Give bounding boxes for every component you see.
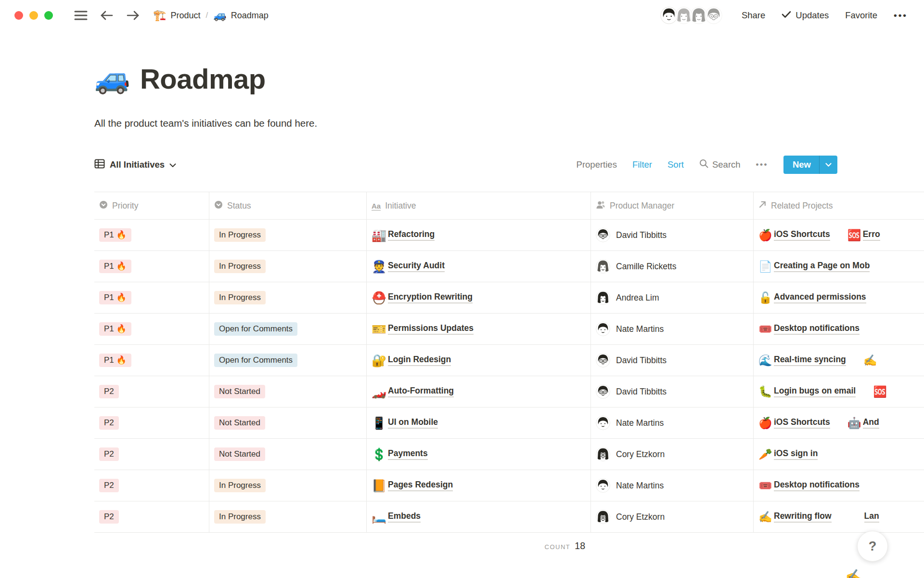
priority-cell[interactable]: P2	[94, 501, 209, 532]
product-manager-cell[interactable]: Nate Martins	[591, 470, 754, 501]
status-cell[interactable]: Not Started	[209, 439, 367, 470]
initiative-page-link[interactable]: Embeds	[388, 511, 421, 523]
related-project-link[interactable]: 🍎iOS Shortcuts	[758, 417, 830, 429]
minimize-window-button[interactable]	[29, 11, 38, 20]
product-manager-cell[interactable]: David Tibbitts	[591, 345, 754, 376]
initiative-page-link[interactable]: Security Audit	[388, 261, 445, 272]
related-project-link[interactable]: ✍️	[863, 355, 879, 366]
priority-cell[interactable]: P2	[94, 376, 209, 407]
related-project-link[interactable]: 🌊Real-time syncing	[758, 355, 846, 366]
related-project-link[interactable]: 🔓Advanced permissions	[758, 292, 866, 303]
status-cell[interactable]: In Progress	[209, 470, 367, 501]
new-dropdown-chevron-icon[interactable]	[820, 163, 837, 167]
initiative-cell[interactable]: 🔐Login Redesign	[367, 345, 591, 376]
page-title[interactable]: Roadmap	[140, 63, 266, 95]
initiative-cell[interactable]: 🏎️Auto-Formatting	[367, 376, 591, 407]
related-project-link[interactable]: 🎟️Desktop notifications	[758, 323, 860, 335]
favorite-button[interactable]: Favorite	[845, 10, 877, 21]
initiative-cell[interactable]: 📱UI on Mobile	[367, 407, 591, 438]
related-project-link[interactable]: Lan	[849, 511, 879, 523]
related-project-link[interactable]: 🆘	[873, 386, 888, 397]
initiative-page-link[interactable]: UI on Mobile	[388, 417, 438, 429]
column-header-status[interactable]: Status	[209, 192, 367, 219]
related-project-link[interactable]: 🎟️Desktop notifications	[758, 480, 860, 491]
related-projects-cell[interactable]: 🔓Advanced permissions	[754, 282, 924, 313]
product-manager-cell[interactable]: David Tibbitts	[591, 220, 754, 250]
product-manager-cell[interactable]: Cory Etzkorn	[591, 439, 754, 470]
status-cell[interactable]: In Progress	[209, 251, 367, 282]
search-button[interactable]: Search	[699, 159, 741, 171]
sidebar-menu-icon[interactable]	[74, 10, 88, 21]
related-project-link[interactable]: 🆘Erro	[847, 229, 880, 241]
view-switcher[interactable]: All Initiatives	[94, 159, 176, 171]
priority-cell[interactable]: P1 🔥	[94, 251, 209, 282]
related-project-link[interactable]: 🍎iOS Shortcuts	[758, 229, 830, 241]
new-record-button[interactable]: New	[783, 156, 837, 174]
initiative-cell[interactable]: 💲Payments	[367, 439, 591, 470]
help-button[interactable]: ?	[857, 531, 888, 562]
initiative-page-link[interactable]: Encryption Rewriting	[388, 292, 473, 303]
updates-button[interactable]: Updates	[782, 10, 829, 21]
related-project-link[interactable]: 📄Creating a Page on Mob	[758, 261, 870, 272]
related-projects-cell[interactable]: 🍎iOS Shortcuts🆘Erro	[754, 220, 924, 250]
related-projects-cell[interactable]: 🐛Login bugs on email🆘	[754, 376, 924, 407]
related-projects-cell[interactable]: 🎟️Desktop notifications	[754, 314, 924, 344]
priority-cell[interactable]: P1 🔥	[94, 345, 209, 376]
product-manager-cell[interactable]: Cory Etzkorn	[591, 501, 754, 532]
related-project-link[interactable]: 🥕iOS sign in	[758, 448, 818, 460]
status-cell[interactable]: Not Started	[209, 407, 367, 438]
product-manager-cell[interactable]: Nate Martins	[591, 314, 754, 344]
related-project-link[interactable]: 🐛Login bugs on email	[758, 386, 856, 397]
share-button[interactable]: Share	[742, 10, 765, 21]
related-projects-cell[interactable]: 🎟️Desktop notifications	[754, 470, 924, 501]
related-projects-cell[interactable]: ✍️Rewriting flowLan	[754, 501, 924, 532]
status-cell[interactable]: Open for Comments	[209, 345, 367, 376]
initiative-cell[interactable]: ⛑️Encryption Rewriting	[367, 282, 591, 313]
status-cell[interactable]: In Progress	[209, 282, 367, 313]
product-manager-cell[interactable]: David Tibbitts	[591, 376, 754, 407]
status-cell[interactable]: Not Started	[209, 376, 367, 407]
priority-cell[interactable]: P1 🔥	[94, 314, 209, 344]
initiative-cell[interactable]: 👮Security Audit	[367, 251, 591, 282]
more-options-icon[interactable]: •••	[894, 10, 908, 21]
priority-cell[interactable]: P1 🔥	[94, 282, 209, 313]
initiative-page-link[interactable]: Permissions Updates	[388, 323, 474, 335]
view-more-options-icon[interactable]: •••	[756, 160, 768, 170]
table-footer[interactable]: COUNT 18	[94, 540, 591, 552]
forward-arrow-icon[interactable]	[126, 10, 140, 21]
breadcrumb-item-roadmap[interactable]: 🚙Roadmap	[213, 10, 269, 21]
sort-button[interactable]: Sort	[667, 159, 684, 170]
related-projects-cell[interactable]: 🍎iOS Shortcuts🤖And	[754, 407, 924, 438]
priority-cell[interactable]: P2	[94, 439, 209, 470]
status-cell[interactable]: In Progress	[209, 501, 367, 532]
related-projects-cell[interactable]: 📄Creating a Page on Mob	[754, 251, 924, 282]
column-header-priority[interactable]: Priority	[94, 192, 209, 219]
related-projects-cell[interactable]: 🌊Real-time syncing✍️	[754, 345, 924, 376]
initiative-page-link[interactable]: Refactoring	[388, 229, 435, 241]
back-arrow-icon[interactable]	[100, 10, 114, 21]
initiative-cell[interactable]: 📙Pages Redesign	[367, 470, 591, 501]
column-header-related-projects[interactable]: Related Projects	[754, 192, 924, 219]
initiative-page-link[interactable]: Login Redesign	[388, 355, 451, 366]
filter-button[interactable]: Filter	[632, 159, 652, 170]
column-header-initiative[interactable]: AaInitiative	[367, 192, 591, 219]
initiative-cell[interactable]: 🛏️Embeds	[367, 501, 591, 532]
product-manager-cell[interactable]: Camille Ricketts	[591, 251, 754, 282]
product-manager-cell[interactable]: Nate Martins	[591, 407, 754, 438]
breadcrumb-item-product[interactable]: 🏗️Product	[153, 10, 201, 21]
status-cell[interactable]: Open for Comments	[209, 314, 367, 344]
related-projects-cell[interactable]: 🥕iOS sign in	[754, 439, 924, 470]
initiative-cell[interactable]: 🏭Refactoring	[367, 220, 591, 250]
priority-cell[interactable]: P2	[94, 470, 209, 501]
page-icon-car[interactable]: 🚙	[94, 64, 130, 93]
presence-avatar[interactable]	[704, 6, 723, 25]
page-description[interactable]: All the product team's initiatives can b…	[94, 118, 924, 129]
close-window-button[interactable]	[14, 11, 23, 20]
related-project-link[interactable]: 🤖And	[847, 417, 879, 429]
priority-cell[interactable]: P1 🔥	[94, 220, 209, 250]
status-cell[interactable]: In Progress	[209, 220, 367, 250]
initiative-page-link[interactable]: Auto-Formatting	[388, 386, 454, 397]
related-project-link[interactable]: ✍️Rewriting flow	[758, 511, 832, 523]
initiative-page-link[interactable]: Pages Redesign	[388, 480, 453, 491]
priority-cell[interactable]: P2	[94, 407, 209, 438]
